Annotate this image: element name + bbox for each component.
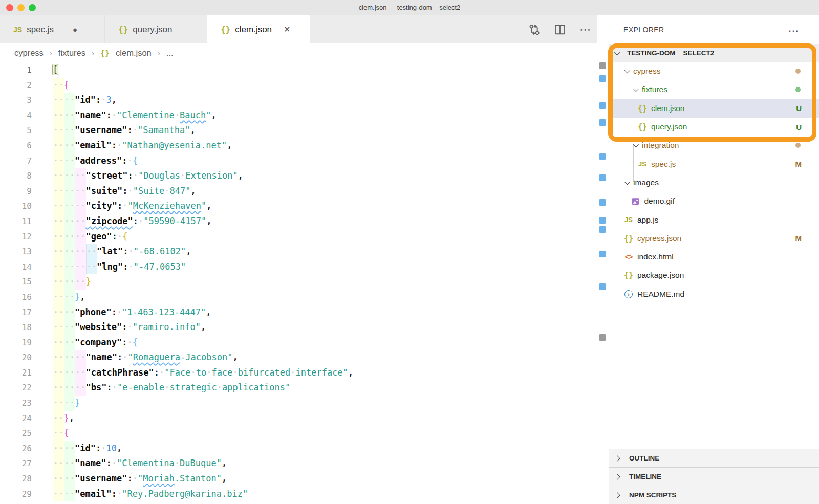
- code-line[interactable]: 25··{: [0, 426, 597, 441]
- breadcrumb-item[interactable]: clem.json: [116, 48, 152, 58]
- tree-item-cypress.json[interactable]: {}cypress.jsonM: [609, 229, 819, 248]
- whitespace-dot: ·: [70, 458, 75, 468]
- code-line[interactable]: 26····"id":·10,: [0, 441, 597, 456]
- line-number: 11: [0, 214, 32, 229]
- overview-mark: [599, 226, 606, 233]
- tree-item-integration[interactable]: integration: [609, 136, 819, 155]
- close-window-button[interactable]: [6, 4, 13, 11]
- tree-item-app.js[interactable]: JSapp.js: [609, 210, 819, 229]
- workspace-section-header[interactable]: TESTING-DOM__SELECT2: [609, 44, 819, 62]
- whitespace-dot: ·: [53, 110, 58, 120]
- whitespace-dot: ·: [70, 125, 75, 135]
- code-editor[interactable]: 1[2··{3····"id":·3,4····"name":·"Clement…: [0, 62, 597, 504]
- git-status-badge: M: [795, 234, 802, 243]
- breadcrumb-item[interactable]: fixtures: [58, 48, 85, 58]
- code-line[interactable]: 2··{: [0, 78, 597, 93]
- zoom-window-button[interactable]: [29, 4, 36, 11]
- tree-item-package.json[interactable]: {}package.json: [609, 266, 819, 284]
- line-number: 24: [0, 411, 32, 426]
- whitespace-dot: ·: [58, 231, 63, 242]
- editor-more-actions-icon[interactable]: ⋯: [579, 27, 592, 32]
- panel-outline[interactable]: OUTLINE: [609, 449, 819, 467]
- tree-item-index.html[interactable]: <>index.html: [609, 248, 819, 266]
- code-lines: 1[2··{3····"id":·3,4····"name":·"Clement…: [0, 62, 597, 501]
- tree-item-query.json[interactable]: {}query.jsonU: [609, 118, 819, 136]
- tree-item-demo.gif[interactable]: demo.gif: [609, 192, 819, 210]
- code-line[interactable]: 8······"street":·"Douglas·Extension",: [0, 168, 597, 184]
- whitespace-dot: ·: [80, 246, 85, 256]
- whitespace-dot: ·: [64, 458, 70, 468]
- open-changes-icon[interactable]: [528, 24, 541, 36]
- split-editor-icon[interactable]: [554, 24, 566, 36]
- code-line[interactable]: 9······"suite":·"Suite·847",: [0, 184, 597, 199]
- code-line[interactable]: 11······"zipcode":·"59590-4157",: [0, 214, 597, 229]
- code-line[interactable]: 13········"lat":·"-68.6102",: [0, 244, 597, 259]
- tree-item-spec.js[interactable]: JSspec.jsM: [609, 155, 819, 173]
- code-line[interactable]: 17····"phone":·"1-463-123-4447",: [0, 305, 597, 320]
- breadcrumb-item[interactable]: ...: [166, 48, 174, 58]
- breadcrumb: cypress›fixtures›{}clem.json›...: [0, 43, 597, 62]
- git-status-badge: U: [796, 104, 802, 113]
- tab-spec.js[interactable]: JSspec.js●: [0, 15, 105, 43]
- chevron-down-icon[interactable]: [633, 86, 639, 92]
- whitespace-dot: ·: [58, 322, 63, 332]
- tree-item-fixtures[interactable]: fixtures: [609, 80, 819, 99]
- explorer-more-actions-icon[interactable]: ⋯: [788, 25, 800, 37]
- code-line[interactable]: 18····"website":·"ramiro.info",: [0, 320, 597, 335]
- whitespace-dot: ·: [58, 125, 63, 135]
- whitespace-dot: ·: [58, 428, 63, 438]
- breadcrumb-separator-icon: ›: [50, 49, 52, 57]
- git-status-dot: [795, 69, 801, 74]
- json-braces-icon: {}: [118, 25, 128, 34]
- chevron-down-icon[interactable]: [624, 179, 630, 185]
- overview-ruler[interactable]: [597, 15, 609, 504]
- code-line[interactable]: 4····"name":·"Clementine·Bauch",: [0, 108, 597, 123]
- code-line[interactable]: 20······"name":·"Romaguera-Jacobson",: [0, 350, 597, 365]
- tree-item-cypress[interactable]: cypress: [609, 62, 819, 80]
- whitespace-dot: ·: [206, 367, 211, 378]
- whitespace-dot: ·: [70, 140, 75, 150]
- code-line[interactable]: 6····"email":·"Nathan@yesenia.net",: [0, 138, 597, 154]
- code-line[interactable]: 1[: [0, 62, 597, 78]
- panel-timeline[interactable]: TIMELINE: [609, 467, 819, 486]
- code-line[interactable]: 10······"city":·"McKenziehaven",: [0, 199, 597, 214]
- code-line[interactable]: 15······}: [0, 274, 597, 290]
- code-line[interactable]: 5····"username":·"Samantha",: [0, 123, 597, 138]
- panel-npm-scripts[interactable]: NPM SCRIPTS: [609, 486, 819, 504]
- json-braces-icon: {}: [637, 104, 648, 113]
- whitespace-dot: ·: [53, 352, 58, 362]
- code-line[interactable]: 24··},: [0, 411, 597, 426]
- tree-item-clem.json[interactable]: {}clem.jsonU: [609, 99, 819, 118]
- whitespace-dot: ·: [64, 443, 70, 453]
- line-number: 27: [0, 456, 32, 471]
- code-line[interactable]: 12······"geo":·{: [0, 229, 597, 245]
- tree-item-images[interactable]: images: [609, 173, 819, 192]
- tree-item-label: cypress: [633, 67, 660, 76]
- code-line[interactable]: 28····"username":·"Moriah.Stanton",: [0, 471, 597, 487]
- chevron-down-icon[interactable]: [633, 142, 639, 147]
- code-line[interactable]: 22······"bs":·"e-enable·strategic·applic…: [0, 380, 597, 396]
- tab-clem.json[interactable]: {}clem.json✕: [207, 15, 310, 43]
- code-line[interactable]: 19····"company":·{: [0, 335, 597, 350]
- code-line[interactable]: 27····"name":·"Clementina·DuBuque",: [0, 456, 597, 471]
- tab-query.json[interactable]: {}query.json: [105, 15, 207, 43]
- tree-item-README.md[interactable]: iREADME.md: [609, 285, 819, 303]
- code-line[interactable]: 14········"lng":·"-47.0653": [0, 259, 597, 275]
- breadcrumb-item[interactable]: cypress: [14, 48, 44, 58]
- whitespace-dot: ·: [64, 382, 70, 392]
- line-number: 8: [0, 168, 32, 184]
- close-icon[interactable]: ✕: [284, 25, 290, 34]
- code-line[interactable]: 3····"id":·3,: [0, 93, 597, 108]
- whitespace-dot: ·: [58, 110, 63, 120]
- chevron-down-icon[interactable]: [624, 68, 630, 73]
- code-line[interactable]: 23····}: [0, 396, 597, 411]
- code-line[interactable]: 7····"address":·{: [0, 154, 597, 169]
- minimize-window-button[interactable]: [17, 4, 25, 11]
- code-line[interactable]: 29····"email":·"Rey.Padberg@karina.biz": [0, 487, 597, 502]
- whitespace-dot: ·: [70, 246, 75, 256]
- whitespace-dot: ·: [64, 307, 70, 317]
- code-line[interactable]: 21······"catchPhrase":·"Face·to·face·bif…: [0, 365, 597, 381]
- whitespace-dot: ·: [53, 489, 58, 499]
- explorer-title: EXPLORER: [623, 26, 664, 34]
- code-line[interactable]: 16····},: [0, 290, 597, 305]
